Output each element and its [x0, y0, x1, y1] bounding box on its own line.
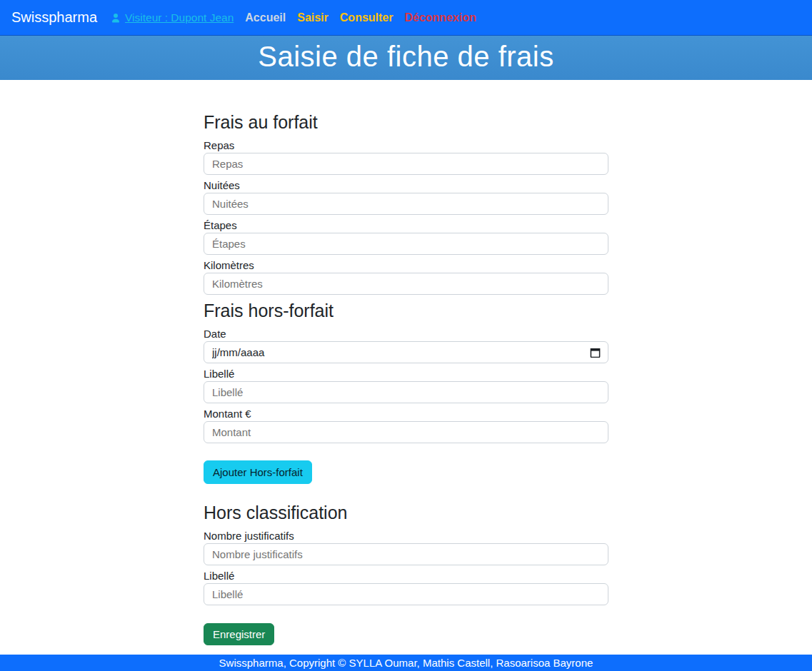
libelle-hf-input[interactable] [204, 381, 608, 403]
libelle-hc-label: Libellé [204, 570, 608, 582]
person-icon [110, 12, 121, 24]
page-title: Saisie de fiche de frais [258, 42, 553, 74]
field-repas: Repas [204, 140, 608, 175]
page-banner: Saisie de fiche de frais [0, 36, 812, 80]
field-libelle-hc: Libellé [204, 570, 608, 605]
nav-item-saisir[interactable]: Saisir [291, 11, 334, 24]
field-etapes: Étapes [204, 220, 608, 255]
etapes-input[interactable] [204, 233, 608, 255]
montant-label: Montant € [204, 408, 608, 420]
section-title-hors-forfait: Frais hors-forfait [204, 300, 608, 321]
date-label: Date [204, 328, 608, 340]
section-title-hors-classification: Hors classification [204, 502, 608, 523]
etapes-label: Étapes [204, 220, 608, 231]
user-link-label: Visiteur : Dupont Jean [125, 11, 234, 24]
field-nombre-justificatifs: Nombre justificatifs [204, 530, 608, 565]
page-footer: Swisspharma, Copyright © SYLLA Oumar, Ma… [0, 655, 812, 671]
date-input[interactable] [204, 341, 608, 363]
libelle-hc-input[interactable] [204, 583, 608, 605]
montant-input[interactable] [204, 421, 608, 443]
calendar-icon[interactable] [590, 347, 601, 358]
brand-link[interactable]: Swisspharma [11, 9, 97, 26]
field-montant: Montant € [204, 408, 608, 443]
field-kilometres: Kilomètres [204, 260, 608, 295]
libelle-hf-label: Libellé [204, 368, 608, 380]
field-date: Date [204, 328, 608, 363]
field-libelle-hf: Libellé [204, 368, 608, 403]
kilometres-input[interactable] [204, 273, 608, 295]
field-nuitees: Nuitées [204, 180, 608, 215]
nav-item-consulter[interactable]: Consulter [334, 11, 399, 24]
expense-form: Frais au forfait Repas Nuitées Étapes Ki… [204, 80, 608, 645]
copyright-text: Swisspharma, Copyright © SYLLA Oumar, Ma… [219, 657, 593, 669]
section-title-forfait: Frais au forfait [204, 111, 608, 133]
kilometres-label: Kilomètres [204, 260, 608, 271]
nav-item-deconnexion[interactable]: Déconnexion [399, 11, 481, 24]
save-button[interactable]: Enregistrer [204, 623, 274, 645]
user-profile-link[interactable]: Visiteur : Dupont Jean [104, 11, 239, 24]
nuitees-input[interactable] [204, 193, 608, 215]
nombre-justificatifs-input[interactable] [204, 543, 608, 565]
repas-label: Repas [204, 140, 608, 151]
repas-input[interactable] [204, 153, 608, 175]
top-navbar: Swisspharma Visiteur : Dupont Jean Accue… [0, 0, 812, 36]
nuitees-label: Nuitées [204, 180, 608, 191]
nav-item-accueil[interactable]: Accueil [239, 11, 291, 24]
nombre-justificatifs-label: Nombre justificatifs [204, 530, 608, 542]
add-hors-forfait-button[interactable]: Ajouter Hors-forfait [204, 460, 312, 484]
